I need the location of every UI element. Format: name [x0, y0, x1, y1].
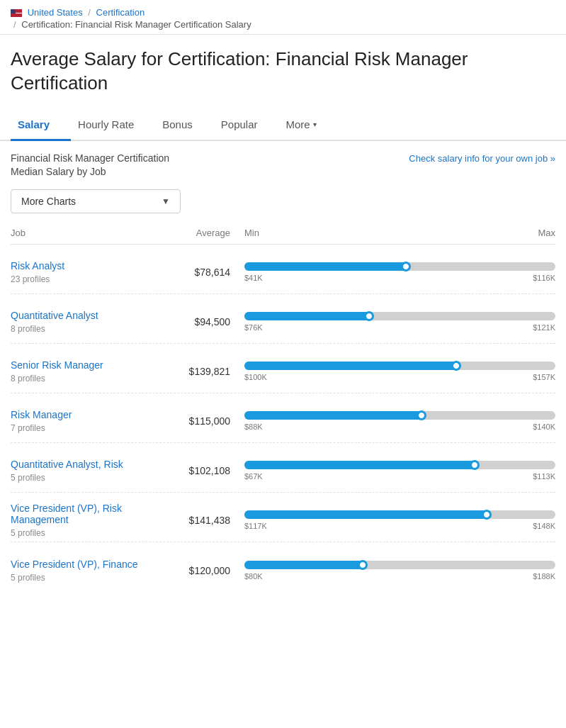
content-section: Financial Risk Manager Certification Med…	[0, 141, 566, 599]
tabs-bar: Salary Hourly Rate Bonus Popular More ▾	[0, 110, 566, 141]
tab-more[interactable]: More ▾	[279, 110, 338, 140]
bar-fill	[244, 262, 406, 271]
min-label: $88K	[244, 422, 263, 431]
range-cell: $80K $188K	[230, 561, 555, 581]
range-labels: $100K $157K	[244, 373, 555, 381]
avg-cell: $115,000	[152, 415, 230, 427]
flag-icon	[11, 9, 22, 17]
breadcrumb-bar: United States / Certification / Certific…	[0, 0, 566, 35]
bar-fill	[244, 362, 456, 370]
table-row: Risk Manager 7 profiles $115,000 $88K $1…	[11, 393, 555, 443]
breadcrumb-country[interactable]: United States	[28, 7, 83, 18]
bar-container	[244, 510, 555, 519]
max-label: $157K	[533, 373, 555, 381]
job-cell: Quantitative Analyst 8 profiles	[11, 310, 152, 334]
job-name[interactable]: Vice President (VP), Risk Management	[11, 503, 152, 525]
breadcrumb-section[interactable]: Certification	[96, 7, 145, 18]
section-title: Financial Risk Manager Certification Med…	[11, 152, 169, 179]
table-row: Senior Risk Manager 8 profiles $139,821 …	[11, 344, 555, 393]
bar-handle	[470, 460, 480, 470]
job-cell: Vice President (VP), Finance 5 profiles	[11, 559, 152, 583]
table-row: Quantitative Analyst 8 profiles $94,500 …	[11, 294, 555, 344]
job-name[interactable]: Senior Risk Manager	[11, 359, 152, 371]
max-label: $113K	[533, 472, 555, 481]
range-labels: $67K $113K	[244, 472, 555, 481]
tab-salary[interactable]: Salary	[11, 110, 71, 141]
job-profiles: 5 profiles	[11, 573, 45, 583]
dropdown-label: More Charts	[21, 196, 76, 207]
avg-cell: $102,108	[152, 465, 230, 476]
bar-fill	[244, 461, 475, 469]
col-header-job: Job	[11, 228, 152, 238]
job-cell: Quantitative Analyst, Risk 5 profiles	[11, 459, 152, 483]
table-row: Risk Analyst 23 profiles $78,614 $41K $1…	[11, 245, 555, 294]
bar-handle	[364, 311, 374, 321]
table-row: Quantitative Analyst, Risk 5 profiles $1…	[11, 443, 555, 493]
bar-container	[244, 461, 555, 469]
bar-handle	[482, 510, 492, 520]
min-label: $41K	[244, 274, 263, 282]
job-name[interactable]: Risk Manager	[11, 409, 152, 420]
max-label: $140K	[533, 422, 555, 431]
bar-fill	[244, 411, 421, 420]
table-row: Vice President (VP), Finance 5 profiles …	[11, 542, 555, 592]
max-label: $188K	[533, 572, 555, 581]
range-cell: $76K $121K	[230, 312, 555, 332]
check-salary-link[interactable]: Check salary info for your own job »	[409, 152, 555, 164]
range-labels: $76K $121K	[244, 323, 555, 332]
range-labels: $41K $116K	[244, 274, 555, 282]
tab-popular[interactable]: Popular	[214, 110, 279, 140]
job-name[interactable]: Quantitative Analyst	[11, 310, 152, 321]
bar-container	[244, 312, 555, 320]
range-cell: $67K $113K	[230, 461, 555, 481]
col-header-range: Min Max	[230, 228, 555, 238]
range-labels: $88K $140K	[244, 422, 555, 431]
col-header-avg: Average	[152, 228, 230, 238]
avg-cell: $94,500	[152, 316, 230, 327]
bar-container	[244, 362, 555, 370]
avg-cell: $139,821	[152, 366, 230, 377]
range-cell: $88K $140K	[230, 411, 555, 431]
job-cell: Vice President (VP), Risk Management 5 p…	[11, 503, 152, 538]
page-title: Average Salary for Certification: Financ…	[11, 47, 555, 96]
job-name[interactable]: Vice President (VP), Finance	[11, 559, 152, 570]
bar-handle	[358, 560, 368, 570]
bar-container	[244, 411, 555, 420]
min-label: $100K	[244, 373, 267, 381]
min-label: $80K	[244, 572, 263, 581]
range-cell: $117K $148K	[230, 510, 555, 530]
job-profiles: 8 profiles	[11, 374, 45, 383]
job-name[interactable]: Risk Analyst	[11, 260, 152, 271]
max-label: $121K	[533, 323, 555, 332]
tab-bonus[interactable]: Bonus	[155, 110, 214, 140]
min-label: $67K	[244, 472, 263, 481]
range-labels: $117K $148K	[244, 522, 555, 530]
min-label: $117K	[244, 522, 267, 530]
bar-container	[244, 262, 555, 271]
table-row: Vice President (VP), Risk Management 5 p…	[11, 493, 555, 542]
breadcrumb-separator-2: /	[13, 19, 16, 30]
breadcrumb-full-path: Certification: Financial Risk Manager Ce…	[21, 19, 251, 30]
max-label: $148K	[533, 522, 555, 530]
max-label: $116K	[533, 274, 555, 282]
job-profiles: 5 profiles	[11, 473, 45, 483]
section-header-row: Financial Risk Manager Certification Med…	[11, 152, 555, 179]
bar-container	[244, 561, 555, 569]
page-title-section: Average Salary for Certification: Financ…	[0, 35, 566, 103]
job-cell: Senior Risk Manager 8 profiles	[11, 359, 152, 383]
range-cell: $41K $116K	[230, 262, 555, 282]
job-profiles: 8 profiles	[11, 324, 45, 334]
bar-fill	[244, 561, 363, 569]
salary-rows-container: Risk Analyst 23 profiles $78,614 $41K $1…	[11, 245, 555, 592]
tab-hourly-rate[interactable]: Hourly Rate	[71, 110, 155, 140]
job-name[interactable]: Quantitative Analyst, Risk	[11, 459, 152, 470]
job-cell: Risk Manager 7 profiles	[11, 409, 152, 433]
job-profiles: 5 profiles	[11, 528, 45, 538]
range-cell: $100K $157K	[230, 362, 555, 381]
avg-cell: $78,614	[152, 267, 230, 278]
range-labels: $80K $188K	[244, 572, 555, 581]
breadcrumb-separator-1: /	[88, 7, 91, 18]
dropdown-arrow: ▼	[162, 196, 170, 206]
more-charts-dropdown[interactable]: More Charts ▼	[11, 189, 181, 213]
job-profiles: 7 profiles	[11, 423, 45, 433]
